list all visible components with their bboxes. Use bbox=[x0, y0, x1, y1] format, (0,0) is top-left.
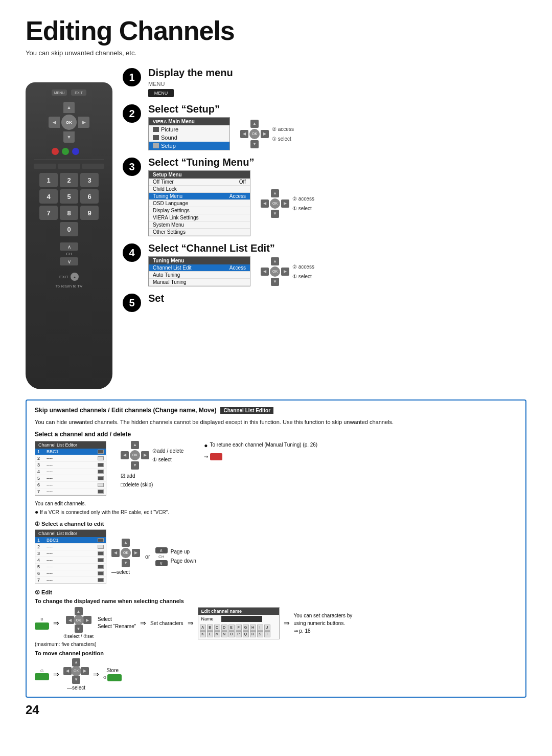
check-icon-5 bbox=[98, 476, 104, 480]
channel-row-5: 5 ---- bbox=[35, 475, 106, 482]
name-field[interactable] bbox=[221, 616, 262, 622]
nav2-down[interactable]: ▼ bbox=[250, 140, 259, 148]
add-nav-down[interactable]: ▼ bbox=[131, 461, 139, 470]
you-can-set-text: You can set characters by using numeric … bbox=[294, 612, 355, 635]
nav4-right[interactable]: ▶ bbox=[281, 268, 289, 276]
nav2-left[interactable]: ◀ bbox=[240, 130, 248, 138]
num-0-button[interactable]: 0 bbox=[60, 222, 78, 236]
b-green-btn[interactable] bbox=[35, 622, 49, 630]
store-g-btn[interactable] bbox=[107, 674, 122, 681]
num-6-button[interactable]: 6 bbox=[80, 189, 99, 204]
ch-up-button[interactable]: ∧ bbox=[60, 242, 78, 251]
num-3-button[interactable]: 3 bbox=[80, 173, 99, 187]
step-3-nav-cluster: ▲ ▼ ◀ ▶ OK ② access ① select bbox=[261, 189, 314, 218]
ch-down-button[interactable]: ∨ bbox=[60, 257, 78, 265]
move-nav-right[interactable]: ▶ bbox=[81, 667, 89, 675]
move-nav-ok[interactable]: OK bbox=[71, 666, 81, 676]
num-7-button[interactable]: 7 bbox=[39, 206, 58, 220]
rename-nav-left[interactable]: ◀ bbox=[66, 616, 74, 624]
sound-icon bbox=[153, 135, 159, 140]
g-btn[interactable] bbox=[35, 673, 49, 680]
rename-nav-ok[interactable]: OK bbox=[74, 615, 84, 625]
green-button[interactable] bbox=[62, 148, 69, 155]
rename-nav-up[interactable]: ▲ bbox=[75, 607, 83, 615]
num-8-button[interactable]: 8 bbox=[60, 206, 78, 220]
move-nav-down[interactable]: ▼ bbox=[72, 676, 80, 684]
menu-key-visual: MENU bbox=[148, 89, 174, 97]
sel-nav-up[interactable]: ▲ bbox=[122, 539, 130, 547]
step-3-row-4: Display Settings bbox=[149, 207, 250, 214]
ch-page-labels: Page up Page down bbox=[171, 547, 196, 566]
edit-title: ② Edit bbox=[35, 589, 517, 596]
exit-button-top[interactable]: EXIT bbox=[71, 90, 86, 96]
nav4-ok[interactable]: OK bbox=[270, 266, 280, 277]
nav3-up[interactable]: ▲ bbox=[271, 189, 279, 197]
check-icon-1 bbox=[98, 450, 104, 454]
step-3-with-nav: Setup Menu Off Timer Off Child Lock Tuni… bbox=[148, 170, 526, 236]
nav3-right[interactable]: ▶ bbox=[281, 199, 289, 208]
ch-page-label: CH bbox=[158, 554, 165, 559]
num-1-button[interactable]: 1 bbox=[39, 173, 58, 187]
dpad-up[interactable]: ▲ bbox=[63, 102, 75, 113]
divider1 bbox=[34, 160, 105, 160]
ok-button[interactable]: OK bbox=[61, 115, 77, 130]
step-1-row: 1 Display the menu MENU MENU bbox=[123, 67, 526, 97]
remote-top-buttons: MENU EXIT bbox=[52, 90, 86, 96]
menu-button[interactable]: MENU bbox=[52, 90, 67, 96]
nav4-down[interactable]: ▼ bbox=[271, 278, 279, 286]
move-section: To move channel position bbox=[35, 650, 517, 656]
bottom-desc: You can hide unwanted channels. The hidd… bbox=[35, 418, 517, 427]
ch-page-up[interactable]: ∧ bbox=[155, 547, 168, 553]
to-retune-text: To retune each channel (Manual Tuning) (… bbox=[210, 441, 318, 449]
sel-nav-down[interactable]: ▼ bbox=[122, 559, 130, 567]
sel-nav-left[interactable]: ◀ bbox=[111, 549, 120, 557]
page-number: 24 bbox=[26, 703, 526, 717]
num-5-button[interactable]: 5 bbox=[60, 189, 78, 204]
step-2-dpad: ▲ ▼ ◀ ▶ OK bbox=[240, 120, 269, 148]
nav2-right[interactable]: ▶ bbox=[261, 130, 269, 138]
ch-buttons: ∧ CH ∨ bbox=[60, 242, 78, 265]
red-button[interactable] bbox=[52, 148, 59, 155]
step-2-row: 2 Select “Setup” VIERA Main Menu Picture bbox=[123, 103, 526, 150]
store-label: Store bbox=[106, 668, 119, 673]
dpad-left[interactable]: ◀ bbox=[49, 117, 60, 128]
sel-row-3: 3 ---- bbox=[35, 550, 106, 557]
move-nav-up[interactable]: ▲ bbox=[72, 658, 80, 666]
nav2-up[interactable]: ▲ bbox=[250, 120, 259, 128]
bottom-title-text: Skip unwanted channels / Edit channels (… bbox=[35, 407, 216, 414]
nav3-down[interactable]: ▼ bbox=[271, 210, 279, 218]
add-nav-left[interactable]: ◀ bbox=[121, 451, 129, 459]
exit-circle-button[interactable]: ● bbox=[71, 273, 79, 281]
to-retune: ● To retune each channel (Manual Tuning)… bbox=[204, 441, 317, 461]
ch-page-down[interactable]: ∨ bbox=[155, 560, 168, 566]
dpad-down[interactable]: ▼ bbox=[63, 131, 75, 143]
step-3-nav: ▲ ▼ ◀ ▶ OK ② access ① select bbox=[261, 189, 314, 218]
step-1-content: Display the menu MENU MENU bbox=[148, 67, 526, 97]
num-4-button[interactable]: 4 bbox=[39, 189, 58, 204]
sel-nav-ok[interactable]: OK bbox=[121, 548, 131, 558]
add-nav-up[interactable]: ▲ bbox=[131, 441, 139, 449]
step-4-row-2: Manual Tuning bbox=[149, 279, 250, 286]
step-3-title: Select “Tuning Menu” bbox=[148, 157, 526, 168]
step-3-row: 3 Select “Tuning Menu” Setup Menu Off Ti… bbox=[123, 157, 526, 236]
menu-item-setup: Setup bbox=[149, 142, 229, 150]
nav3-left[interactable]: ◀ bbox=[261, 199, 269, 208]
sel-row-4: 4 ---- bbox=[35, 557, 106, 564]
move-nav-left[interactable]: ◀ bbox=[63, 667, 72, 675]
rename-nav-down[interactable]: ▼ bbox=[75, 625, 83, 633]
step-4-nav-labels: ② access ① select bbox=[292, 264, 314, 279]
num-9-button[interactable]: 9 bbox=[80, 206, 99, 220]
nav3-ok[interactable]: OK bbox=[270, 198, 280, 209]
nav2-ok[interactable]: OK bbox=[249, 129, 260, 139]
dpad-right[interactable]: ▶ bbox=[78, 117, 89, 128]
nav4-left[interactable]: ◀ bbox=[261, 268, 269, 276]
step-2-nav-labels: ② access ① select bbox=[272, 126, 294, 142]
add-nav-ok[interactable]: OK bbox=[130, 450, 140, 460]
add-nav-right[interactable]: ▶ bbox=[141, 451, 149, 459]
page-title: Editing Channels bbox=[26, 15, 526, 46]
rename-nav-right[interactable]: ▶ bbox=[83, 616, 91, 624]
blue-button[interactable] bbox=[72, 148, 79, 155]
num-2-button[interactable]: 2 bbox=[60, 173, 78, 187]
nav4-up[interactable]: ▲ bbox=[271, 257, 279, 265]
sel-nav-right[interactable]: ▶ bbox=[132, 549, 140, 557]
